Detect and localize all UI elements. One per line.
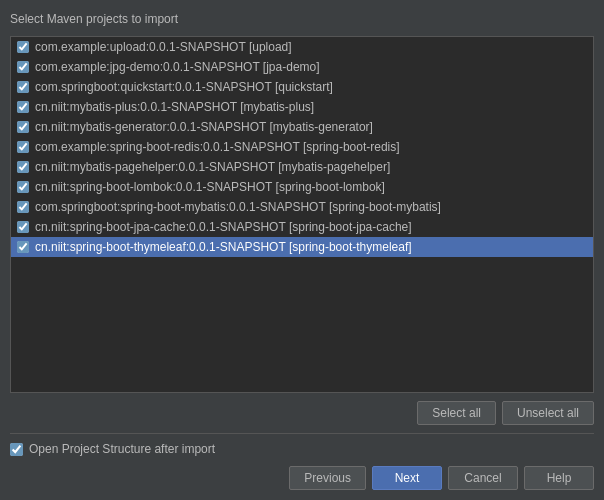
cancel-button[interactable]: Cancel [448, 466, 518, 490]
project-label: cn.niit:spring-boot-lombok:0.0.1-SNAPSHO… [35, 180, 385, 194]
divider [10, 433, 594, 434]
select-all-button[interactable]: Select all [417, 401, 496, 425]
footer-buttons: Previous Next Cancel Help [10, 466, 594, 490]
list-item[interactable]: com.example:upload:0.0.1-SNAPSHOT [uploa… [11, 37, 593, 57]
project-checkbox[interactable] [17, 41, 29, 53]
unselect-all-button[interactable]: Unselect all [502, 401, 594, 425]
open-project-structure-checkbox[interactable] [10, 443, 23, 456]
list-item[interactable]: cn.niit:mybatis-generator:0.0.1-SNAPSHOT… [11, 117, 593, 137]
project-checkbox[interactable] [17, 81, 29, 93]
open-project-structure-row: Open Project Structure after import [10, 442, 594, 456]
project-label: cn.niit:spring-boot-thymeleaf:0.0.1-SNAP… [35, 240, 412, 254]
list-item[interactable]: com.springboot:quickstart:0.0.1-SNAPSHOT… [11, 77, 593, 97]
project-checkbox[interactable] [17, 241, 29, 253]
previous-button[interactable]: Previous [289, 466, 366, 490]
project-checkbox[interactable] [17, 121, 29, 133]
project-list: com.example:upload:0.0.1-SNAPSHOT [uploa… [10, 36, 594, 393]
project-label: com.example:jpg-demo:0.0.1-SNAPSHOT [jpa… [35, 60, 320, 74]
list-item[interactable]: com.example:spring-boot-redis:0.0.1-SNAP… [11, 137, 593, 157]
project-label: com.example:spring-boot-redis:0.0.1-SNAP… [35, 140, 400, 154]
project-checkbox[interactable] [17, 101, 29, 113]
list-item[interactable]: com.springboot:spring-boot-mybatis:0.0.1… [11, 197, 593, 217]
list-item[interactable]: cn.niit:mybatis-pagehelper:0.0.1-SNAPSHO… [11, 157, 593, 177]
project-checkbox[interactable] [17, 141, 29, 153]
open-project-structure-label[interactable]: Open Project Structure after import [29, 442, 215, 456]
list-item[interactable]: cn.niit:spring-boot-lombok:0.0.1-SNAPSHO… [11, 177, 593, 197]
help-button[interactable]: Help [524, 466, 594, 490]
select-buttons-row: Select all Unselect all [10, 401, 594, 425]
list-item[interactable]: cn.niit:spring-boot-thymeleaf:0.0.1-SNAP… [11, 237, 593, 257]
project-label: cn.niit:mybatis-generator:0.0.1-SNAPSHOT… [35, 120, 373, 134]
project-label: com.springboot:quickstart:0.0.1-SNAPSHOT… [35, 80, 333, 94]
list-item[interactable]: cn.niit:spring-boot-jpa-cache:0.0.1-SNAP… [11, 217, 593, 237]
project-label: com.example:upload:0.0.1-SNAPSHOT [uploa… [35, 40, 292, 54]
dialog-title: Select Maven projects to import [10, 10, 594, 28]
project-checkbox[interactable] [17, 161, 29, 173]
project-label: cn.niit:mybatis-pagehelper:0.0.1-SNAPSHO… [35, 160, 390, 174]
project-checkbox[interactable] [17, 201, 29, 213]
project-label: com.springboot:spring-boot-mybatis:0.0.1… [35, 200, 441, 214]
project-label: cn.niit:mybatis-plus:0.0.1-SNAPSHOT [myb… [35, 100, 314, 114]
project-checkbox[interactable] [17, 221, 29, 233]
project-checkbox[interactable] [17, 181, 29, 193]
next-button[interactable]: Next [372, 466, 442, 490]
list-item[interactable]: com.example:jpg-demo:0.0.1-SNAPSHOT [jpa… [11, 57, 593, 77]
dialog: Select Maven projects to import com.exam… [0, 0, 604, 500]
project-checkbox[interactable] [17, 61, 29, 73]
project-label: cn.niit:spring-boot-jpa-cache:0.0.1-SNAP… [35, 220, 412, 234]
list-item[interactable]: cn.niit:mybatis-plus:0.0.1-SNAPSHOT [myb… [11, 97, 593, 117]
